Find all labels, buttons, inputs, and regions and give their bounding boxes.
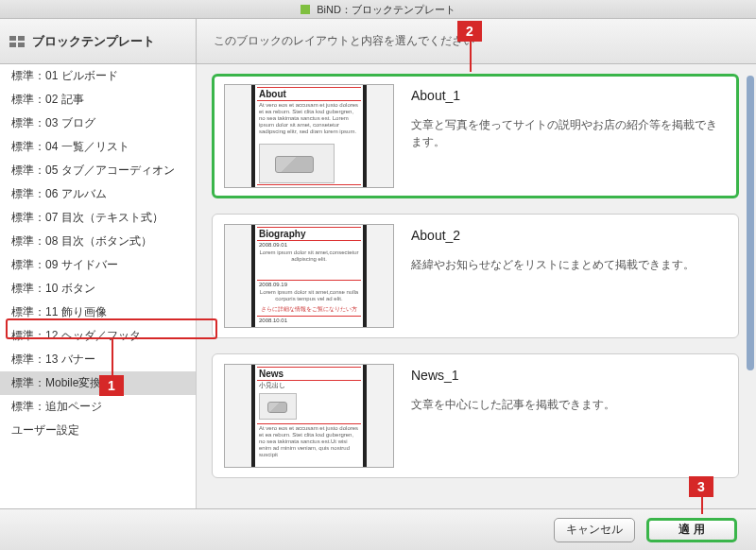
app-icon: [301, 5, 310, 14]
sidebar-item-label: 標準：05 タブ／アコーディオン: [11, 163, 175, 177]
sidebar-item[interactable]: 標準：06 アルバム: [0, 182, 196, 206]
sidebar-item[interactable]: 標準：07 目次（テキスト式）: [0, 206, 196, 230]
sidebar-item-label: 標準：08 目次（ボタン式）: [11, 234, 152, 248]
sidebar-item-label: 標準：09 サイドバー: [11, 258, 118, 271]
thumb-title: Biography: [259, 229, 305, 239]
sidebar-item[interactable]: 標準：03 ブログ: [0, 112, 196, 135]
template-title: News_1: [411, 368, 727, 383]
template-card-about-1[interactable]: About At vero eos et accusam et justo do…: [212, 74, 739, 198]
sidebar-item[interactable]: 標準：10 ボタン: [0, 277, 196, 301]
sidebar-item-label: ユーザー設定: [11, 423, 79, 437]
template-card-body: About_2 経緯やお知らせなどをリストにまとめて掲載できます。: [411, 224, 727, 328]
sidebar-item[interactable]: 標準：13 バナー: [0, 348, 196, 371]
header: ブロックテンプレート このブロックのレイアウトと内容を選んでください: [0, 19, 756, 64]
thumb-lorem: At vero eos et accusam et justo dolores …: [259, 102, 359, 142]
thumb-lorem: At vero eos et accusam et justo dolores …: [259, 425, 359, 463]
sidebar-item-label: 標準：12 ヘッダ／フッタ: [11, 329, 141, 342]
sidebar-item-label: 標準：追加ページ: [11, 400, 102, 413]
sidebar-item-label: 標準：01 ビルボード: [11, 69, 118, 82]
apply-button[interactable]: 適 用: [646, 518, 737, 542]
sidebar-item-mobile[interactable]: 標準：Mobile変換: [0, 371, 196, 395]
window-title: BiND：ブロックテンプレート: [317, 4, 455, 15]
sidebar-item-label: 標準：07 目次（テキスト式）: [11, 211, 163, 224]
footer: キャンセル 適 用: [0, 508, 756, 550]
thumb-date: 2008.10.01: [259, 318, 287, 324]
header-subtitle: このブロックのレイアウトと内容を選んでください: [214, 33, 474, 49]
grid-icon: [9, 36, 25, 47]
template-card-about-2[interactable]: Biography 2008.09.01 Lorem ipsum dolor s…: [212, 214, 739, 338]
scrollbar-thumb[interactable]: [747, 76, 754, 370]
sidebar-item[interactable]: 標準：09 サイドバー: [0, 253, 196, 277]
thumb-lorem: Lorem ipsum dolor sit amet,conse nulla c…: [259, 289, 359, 306]
scrollbar[interactable]: [747, 76, 754, 497]
template-card-news-1[interactable]: News 小見出し At vero eos et accusam et just…: [212, 353, 739, 478]
sidebar-item-label: 標準：10 ボタン: [11, 282, 95, 295]
thumb-note: さらに詳細な情報をご覧になりたい方: [259, 306, 359, 316]
template-list[interactable]: About At vero eos et accusam et justo do…: [197, 64, 756, 508]
window-titlebar: BiND：ブロックテンプレート: [0, 0, 756, 19]
template-thumbnail: About At vero eos et accusam et justo do…: [224, 84, 394, 188]
sidebar-item[interactable]: 標準：12 ヘッダ／フッタ: [0, 324, 196, 348]
sidebar-item-label: 標準：Mobile変換: [11, 376, 101, 389]
sidebar-item-label: 標準：02 記事: [11, 93, 84, 106]
thumb-title: About: [259, 89, 286, 99]
sidebar-item[interactable]: 標準：02 記事: [0, 88, 196, 112]
template-card-body: News_1 文章を中心にした記事を掲載できます。: [411, 364, 727, 468]
template-card-body: About_1 文章と写真を使ってサイトの説明やお店の紹介等を掲載できます。: [411, 84, 727, 188]
thumb-lorem: Lorem ipsum dolor sit amet,consectetur a…: [259, 249, 359, 280]
sidebar-item-label: 標準：11 飾り画像: [11, 305, 107, 318]
template-desc: 文章を中心にした記事を掲載できます。: [411, 396, 727, 413]
thumb-subtitle: 小見出し: [259, 382, 359, 388]
thumb-date: 2008.09.19: [259, 282, 287, 288]
sidebar-item[interactable]: ユーザー設定: [0, 419, 196, 442]
sidebar-item[interactable]: 標準：08 目次（ボタン式）: [0, 230, 196, 253]
template-thumbnail: Biography 2008.09.01 Lorem ipsum dolor s…: [224, 224, 394, 328]
sidebar[interactable]: 標準：01 ビルボード 標準：02 記事 標準：03 ブログ 標準：04 一覧／…: [0, 64, 197, 508]
sidebar-item[interactable]: 標準：11 飾り画像: [0, 301, 196, 324]
cancel-button[interactable]: キャンセル: [554, 518, 635, 542]
sidebar-item[interactable]: 標準：追加ページ: [0, 395, 196, 419]
template-thumbnail: News 小見出し At vero eos et accusam et just…: [224, 364, 394, 468]
thumb-image-placeholder: [259, 144, 335, 183]
sidebar-item-label: 標準：06 アルバム: [11, 187, 107, 200]
sidebar-item[interactable]: 標準：05 タブ／アコーディオン: [0, 159, 196, 182]
section-title: ブロックテンプレート: [32, 33, 155, 50]
sidebar-item-label: 標準：13 バナー: [11, 352, 95, 366]
template-desc: 文章と写真を使ってサイトの説明やお店の紹介等を掲載できます。: [411, 116, 727, 150]
sidebar-item[interactable]: 標準：01 ビルボード: [0, 64, 196, 88]
sidebar-item-label: 標準：03 ブログ: [11, 116, 95, 129]
template-title: About_1: [411, 88, 727, 103]
thumb-date: 2008.09.01: [259, 242, 287, 249]
template-desc: 経緯やお知らせなどをリストにまとめて掲載できます。: [411, 256, 727, 273]
content: 標準：01 ビルボード 標準：02 記事 標準：03 ブログ 標準：04 一覧／…: [0, 64, 756, 508]
thumb-title: News: [259, 369, 284, 379]
template-title: About_2: [411, 228, 727, 243]
header-section: ブロックテンプレート: [0, 19, 197, 63]
sidebar-item-label: 標準：04 一覧／リスト: [11, 140, 129, 153]
thumb-image-placeholder: [259, 393, 297, 420]
sidebar-item[interactable]: 標準：04 一覧／リスト: [0, 135, 196, 159]
header-subtitle-area: このブロックのレイアウトと内容を選んでください: [197, 19, 756, 63]
